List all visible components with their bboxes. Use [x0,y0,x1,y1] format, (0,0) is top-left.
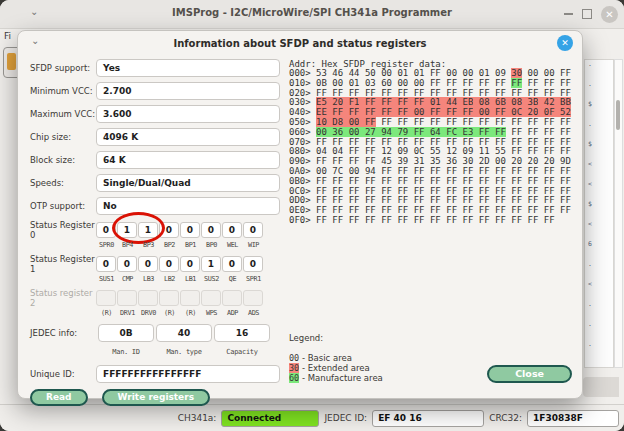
device-status-label: CH341a: [178,413,217,423]
hex-byte: FF [397,117,408,127]
hex-byte: FF [462,186,473,196]
register-bit-cell [159,290,179,306]
field-value: Yes [96,59,280,77]
hex-byte: 44 [349,68,360,78]
register-bit-cell[interactable]: 0 [243,222,263,238]
register-bit-cell[interactable]: 0 [159,256,179,272]
jedec-value[interactable]: 40 [156,324,212,342]
hex-byte: FF [528,215,539,225]
hex-byte: FF [495,195,506,205]
bit-label: SPR1 [243,274,264,286]
hex-byte: FF [511,166,522,176]
register-bit-cell[interactable]: 0 [180,222,200,238]
file-menu-partial[interactable]: Fi [4,31,11,41]
read-button[interactable]: Read [30,389,88,406]
hex-byte: 04 [316,146,327,156]
field-row: OTP support:No [30,197,280,215]
hex-byte: FF [528,117,539,127]
hex-byte: FF [381,205,392,215]
hex-byte: FF [495,117,506,127]
hex-byte: FF [446,78,457,88]
background-button-partial[interactable] [583,377,619,397]
bit-label: ADP [222,308,243,320]
hex-byte: 00 [316,166,327,176]
device-status-value: Connected [221,410,319,427]
close-button[interactable]: Close [487,365,572,383]
write-registers-button[interactable]: Write registers [102,389,210,406]
hex-byte: FF [332,107,343,117]
hex-byte: FF [479,78,490,88]
window-titlebar[interactable]: ⌄ IMSProg - I2C/MicroWire/SPI CH341a Pro… [0,0,624,29]
register-bit-cell[interactable]: 0 [138,256,158,272]
field-label: SFDP support: [30,63,96,73]
hex-byte: FF [414,215,425,225]
field-row: Speeds:Single/Dual/Quad [30,174,280,192]
hex-byte: FF [544,88,555,98]
hex-byte: 01 [430,97,441,107]
window-controls: ✕ [564,0,618,28]
hex-byte: 94 [365,166,376,176]
hex-byte: 08 [511,97,522,107]
minimize-icon[interactable] [564,13,573,15]
register-bit-cell[interactable]: 0 [222,256,242,272]
register-bit-cell[interactable]: 1 [201,256,221,272]
hex-byte: 00 [479,107,490,117]
hex-byte: FF [528,166,539,176]
hex-byte: FF [544,137,555,147]
ascii-char: . [588,60,592,80]
hex-byte: FF [332,88,343,98]
hex-address: 080> [289,146,316,156]
hex-byte: FF [332,137,343,147]
hex-byte: FF [560,166,571,176]
hex-byte: FF [462,137,473,147]
register-bit-cell[interactable]: 0 [180,256,200,272]
maximize-icon[interactable] [582,9,592,19]
toolbar-button-partial[interactable] [3,47,18,78]
hex-address: 060> [289,127,316,137]
jedec-id-label: JEDEC ID: [324,413,367,423]
hex-byte: FF [381,88,392,98]
register-bit-cell[interactable]: 1 [138,222,158,238]
hex-byte: FF [479,117,490,127]
register-bit-cell[interactable]: 0 [222,222,242,238]
register-bit-cell [117,290,137,306]
window-close-icon[interactable]: ✕ [601,6,618,23]
jedec-value[interactable]: 0B [98,324,154,342]
hex-address: 0B0> [289,176,316,186]
register-bit-cell[interactable]: 0 [117,256,137,272]
bit-label: WPS [201,308,222,320]
bit-label: (R) [96,308,117,320]
hex-byte: FF [430,205,441,215]
hex-byte: F1 [349,97,360,107]
hex-byte: FF [511,195,522,205]
hex-byte: FF [430,215,441,225]
register-block: Status register 2(R)DRV1DRV0(R)(R)WPSADP… [30,288,280,320]
hex-byte: FF [446,205,457,215]
hex-byte: FF [430,176,441,186]
sfdp-dialog: ⌄ Information about SFDP and status regi… [17,30,583,399]
unique-id-value[interactable]: FFFFFFFFFFFFFFFF [96,365,280,383]
field-label: Speeds: [30,178,96,188]
hex-byte: FF [381,137,392,147]
hex-byte: 30 [511,68,522,78]
register-bit-cell[interactable]: 0 [243,256,263,272]
jedec-value[interactable]: 16 [214,324,270,342]
dialog-close-icon[interactable]: ✕ [557,35,573,51]
register-bit-cell[interactable]: 1 [117,222,137,238]
hex-byte: EE [316,107,327,117]
hex-byte: 01 [479,68,490,78]
hex-byte: 20 [528,107,539,117]
hex-byte: FF [446,137,457,147]
register-bit-cell[interactable]: 0 [159,222,179,238]
register-bit-cell[interactable]: 0 [201,222,221,238]
register-bit-cell[interactable]: 0 [96,222,116,238]
hex-space [343,97,348,107]
register-bit-cell [96,290,116,306]
scrollbar-track[interactable] [614,59,623,368]
hex-byte: FF [511,176,522,186]
hex-byte: FF [332,195,343,205]
hex-address: 0C0> [289,186,316,196]
register-bit-cell[interactable]: 0 [96,256,116,272]
hex-byte: 00 [528,68,539,78]
scrollbar-thumb[interactable] [616,100,620,130]
